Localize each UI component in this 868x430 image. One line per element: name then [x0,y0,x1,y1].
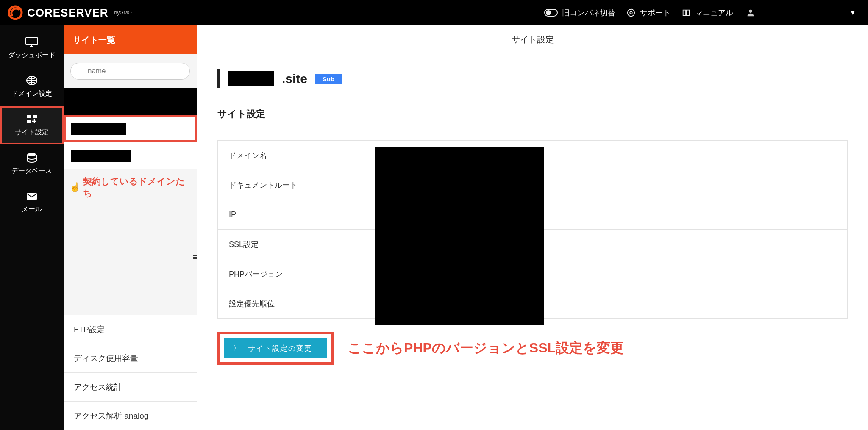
pointer-icon: ☝️ [70,182,81,192]
redacted-domain [71,150,131,162]
action-row: 〉 サイト設定の変更 ここからPHPのバージョンとSSL設定を変更 [217,332,848,365]
sidebar-bottom-nav: FTP設定 ディスク使用容量 アクセス統計 アクセス解析 analog [64,315,197,430]
redacted-domain [71,96,189,108]
section-divider [217,128,848,128]
svg-rect-6 [27,115,31,118]
svg-rect-10 [27,193,37,200]
chevron-right-icon: 〉 [234,344,240,352]
action-button-label: サイト設定の変更 [248,344,312,353]
nav-database-label: データベース [11,166,52,175]
settings-table: ドメイン名 ドキュメントルート IP SSL設定 PHPバージョン 設定優先順位 [217,140,848,319]
svg-rect-7 [33,115,37,118]
label-ip: IP [218,210,375,219]
user-menu[interactable]: ▼ [746,8,856,17]
nav-site-settings[interactable]: サイト設定 [0,106,64,144]
brand-logo[interactable]: CORESERVER byGMO [8,5,132,20]
domain-suffix: .site [282,72,307,86]
filter-wrap [64,54,197,88]
sidebar-access-stats[interactable]: アクセス統計 [64,372,197,401]
chevron-down-icon: ▼ [849,9,856,17]
nav-database[interactable]: データベース [0,144,64,183]
change-site-settings-button[interactable]: 〉 サイト設定の変更 [224,338,327,358]
sub-badge: Sub [315,74,342,84]
domain-heading: .site Sub [217,69,848,88]
grid-plus-icon [25,114,39,125]
site-item-1[interactable] [64,88,197,115]
globe-icon [25,75,39,86]
nav-mail-label: メール [22,205,42,214]
site-sidebar: サイト一覧 ☝️ 契約しているドメインたち ≡ FTP設定 ディスク使用容量 ア… [64,25,197,430]
top-header: CORESERVER byGMO 旧コンパネ切替 サポート マニュアル ▼ [0,0,868,25]
annotation-domains: ☝️ 契約しているドメインたち [64,169,197,199]
logo-icon [8,5,23,20]
label-domain-name: ドメイン名 [218,150,375,161]
mail-icon [25,191,39,202]
toggle-icon [544,9,558,17]
user-icon [746,8,755,17]
left-nav: ダッシュボード ドメイン設定 サイト設定 データベース メール [0,25,64,430]
site-item-2-selected[interactable] [64,115,197,142]
svg-point-9 [27,153,36,156]
sidebar-collapse-handle[interactable]: ≡ [192,252,198,262]
nav-dashboard-label: ダッシュボード [8,51,56,60]
svg-point-3 [749,10,752,13]
old-panel-toggle[interactable]: 旧コンパネ切替 [544,8,615,18]
support-label: サポート [640,8,670,18]
label-ssl: SSL設定 [218,239,375,250]
site-list [64,88,197,169]
label-document-root: ドキュメントルート [218,180,375,190]
database-icon [25,152,39,163]
domain-redacted [228,71,274,86]
brand-name: CORESERVER [27,6,108,19]
label-priority: 設定優先順位 [218,299,375,309]
nav-site-label: サイト設定 [15,128,49,137]
page-title: サイト設定 [197,25,868,54]
manual-link[interactable]: マニュアル [682,8,733,18]
svg-rect-4 [26,38,38,44]
annotation-action: ここからPHPのバージョンとSSL設定を変更 [348,339,624,358]
site-filter-input[interactable] [70,63,190,80]
svg-rect-8 [27,120,31,123]
svg-point-1 [628,9,635,17]
brand-sub: byGMO [114,10,132,16]
support-link[interactable]: サポート [626,8,670,18]
monitor-icon [25,36,39,47]
old-panel-label: 旧コンパネ切替 [562,8,615,18]
sidebar-ftp[interactable]: FTP設定 [64,315,197,344]
svg-point-2 [630,11,632,14]
sidebar-access-analog[interactable]: アクセス解析 analog [64,401,197,430]
action-highlight-box: 〉 サイト設定の変更 [217,332,334,365]
redacted-domain [71,123,126,135]
label-php: PHPバージョン [218,269,375,279]
annotation-domains-text: 契約しているドメインたち [83,175,192,199]
support-icon [626,8,636,17]
main-content: サイト設定 .site Sub サイト設定 ドメイン名 ドキュメントルート IP [197,25,868,430]
nav-domain-label: ドメイン設定 [11,89,52,98]
nav-domain[interactable]: ドメイン設定 [0,67,64,106]
sidebar-title: サイト一覧 [64,25,197,54]
book-icon [682,8,691,17]
nav-dashboard[interactable]: ダッシュボード [0,29,64,67]
username-redacted [775,8,830,17]
nav-mail[interactable]: メール [0,183,64,222]
site-item-3[interactable] [64,142,197,169]
values-redacted [375,147,544,325]
sidebar-disk-usage[interactable]: ディスク使用容量 [64,344,197,372]
manual-label: マニュアル [695,8,733,18]
section-title: サイト設定 [217,108,848,120]
